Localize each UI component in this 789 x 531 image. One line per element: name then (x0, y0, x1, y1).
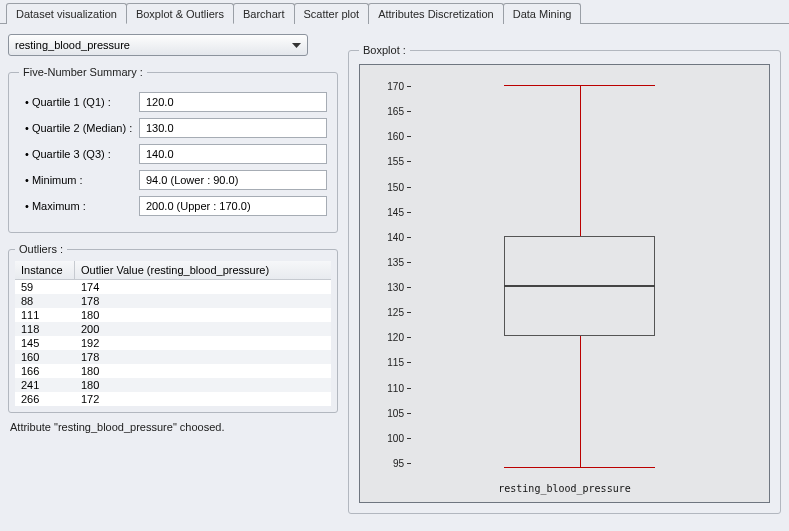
chart-xlabel: resting_blood_pressure (360, 483, 769, 494)
summary-value: 140.0 (139, 144, 327, 164)
ytick-mark (407, 237, 411, 238)
outlier-instance: 166 (15, 364, 75, 378)
ytick-mark (407, 438, 411, 439)
ytick-label: 125 (360, 307, 404, 318)
ytick-mark (407, 388, 411, 389)
table-row[interactable]: 160178 (15, 350, 331, 364)
whisker (504, 467, 655, 468)
ytick-label: 95 (360, 457, 404, 468)
status-text: Attribute "resting_blood_pressure" choos… (8, 413, 338, 433)
ytick-label: 170 (360, 81, 404, 92)
table-row[interactable]: 59174 (15, 280, 331, 294)
table-row[interactable]: 166180 (15, 364, 331, 378)
summary-label: Quartile 3 (Q3) : (19, 148, 139, 160)
summary-label: Quartile 1 (Q1) : (19, 96, 139, 108)
summary-value: 200.0 (Upper : 170.0) (139, 196, 327, 216)
ytick-mark (407, 136, 411, 137)
outlier-value: 192 (75, 336, 331, 350)
ytick-mark (407, 413, 411, 414)
five-number-summary-title: Five-Number Summary : (19, 66, 147, 78)
ytick-label: 140 (360, 231, 404, 242)
ytick-mark (407, 187, 411, 188)
summary-value: 120.0 (139, 92, 327, 112)
ytick-mark (407, 161, 411, 162)
ytick-mark (407, 212, 411, 213)
ytick-label: 160 (360, 131, 404, 142)
outliers-title: Outliers : (15, 243, 67, 255)
summary-row: Quartile 3 (Q3) :140.0 (19, 144, 327, 164)
table-row[interactable]: 266172 (15, 392, 331, 406)
five-number-summary-group: Five-Number Summary : Quartile 1 (Q1) :1… (8, 66, 338, 233)
outlier-value: 180 (75, 378, 331, 392)
outlier-instance: 160 (15, 350, 75, 364)
tab-barchart[interactable]: Barchart (233, 3, 295, 24)
ytick-label: 135 (360, 256, 404, 267)
ytick-label: 165 (360, 106, 404, 117)
tab-attributes-discretization[interactable]: Attributes Discretization (368, 3, 504, 24)
tab-dataset-visualization[interactable]: Dataset visualization (6, 3, 127, 24)
outlier-instance: 241 (15, 378, 75, 392)
summary-row: Quartile 2 (Median) :130.0 (19, 118, 327, 138)
outlier-instance: 145 (15, 336, 75, 350)
ytick-mark (407, 362, 411, 363)
outlier-instance: 59 (15, 280, 75, 294)
outliers-col-instance: Instance (15, 261, 75, 279)
ytick-mark (407, 86, 411, 87)
ytick-label: 120 (360, 332, 404, 343)
table-row[interactable]: 145192 (15, 336, 331, 350)
tab-scatter-plot[interactable]: Scatter plot (294, 3, 370, 24)
boxplot-group: Boxplot : resting_blood_pressure 9510010… (348, 44, 781, 514)
ytick-mark (407, 287, 411, 288)
chevron-down-icon (288, 38, 304, 52)
tab-data-mining[interactable]: Data Mining (503, 3, 582, 24)
outlier-value: 180 (75, 308, 331, 322)
outlier-instance: 266 (15, 392, 75, 406)
ytick-label: 155 (360, 156, 404, 167)
ytick-label: 115 (360, 357, 404, 368)
summary-value: 94.0 (Lower : 90.0) (139, 170, 327, 190)
boxplot-chart: resting_blood_pressure 95100105110115120… (359, 64, 770, 503)
outlier-value: 172 (75, 392, 331, 406)
table-row[interactable]: 88178 (15, 294, 331, 308)
ytick-label: 100 (360, 432, 404, 443)
tab-content: resting_blood_pressure Five-Number Summa… (0, 23, 789, 518)
ytick-mark (407, 312, 411, 313)
ytick-label: 150 (360, 181, 404, 192)
tab-bar: Dataset visualizationBoxplot & OutliersB… (0, 0, 789, 24)
attribute-select[interactable]: resting_blood_pressure (8, 34, 308, 56)
whisker (504, 85, 655, 86)
ytick-mark (407, 111, 411, 112)
outlier-value: 174 (75, 280, 331, 294)
outlier-instance: 88 (15, 294, 75, 308)
ytick-label: 110 (360, 382, 404, 393)
whisker (580, 85, 581, 236)
outliers-body: 5917488178111180118200145192160178166180… (15, 280, 331, 406)
summary-row: Maximum :200.0 (Upper : 170.0) (19, 196, 327, 216)
summary-row: Quartile 1 (Q1) :120.0 (19, 92, 327, 112)
outlier-value: 180 (75, 364, 331, 378)
whisker (580, 336, 581, 467)
table-row[interactable]: 111180 (15, 308, 331, 322)
outliers-header: Instance Outlier Value (resting_blood_pr… (15, 261, 331, 280)
summary-label: Minimum : (19, 174, 139, 186)
summary-row: Minimum :94.0 (Lower : 90.0) (19, 170, 327, 190)
outlier-value: 200 (75, 322, 331, 336)
ytick-mark (407, 337, 411, 338)
ytick-label: 105 (360, 407, 404, 418)
tab-boxplot-outliers[interactable]: Boxplot & Outliers (126, 3, 234, 24)
outliers-col-value: Outlier Value (resting_blood_pressure) (75, 261, 331, 279)
summary-label: Maximum : (19, 200, 139, 212)
table-row[interactable]: 118200 (15, 322, 331, 336)
attribute-select-value: resting_blood_pressure (15, 39, 130, 51)
boxplot-title: Boxplot : (359, 44, 410, 56)
ytick-mark (407, 262, 411, 263)
summary-label: Quartile 2 (Median) : (19, 122, 139, 134)
ytick-label: 145 (360, 206, 404, 217)
outlier-instance: 111 (15, 308, 75, 322)
outliers-group: Outliers : Instance Outlier Value (resti… (8, 243, 338, 413)
ytick-mark (407, 463, 411, 464)
outlier-instance: 118 (15, 322, 75, 336)
outlier-value: 178 (75, 350, 331, 364)
summary-value: 130.0 (139, 118, 327, 138)
table-row[interactable]: 241180 (15, 378, 331, 392)
